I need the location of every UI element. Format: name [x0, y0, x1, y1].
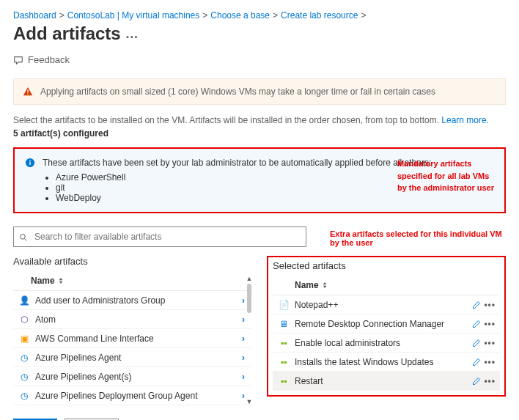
rdcm-icon: 🖥	[277, 319, 290, 329]
edit-icon[interactable]	[472, 300, 481, 310]
mandatory-text: These artifacts have been set by your la…	[43, 158, 431, 168]
title-more-icon[interactable]: …	[125, 26, 139, 42]
artifact-label: Azure Pipelines Agent	[35, 353, 242, 363]
configured-count: 5 artifact(s) configured	[13, 128, 506, 139]
selected-artifact-row[interactable]: ▪▪Enable local administrators•••	[273, 334, 500, 353]
artifact-label: Notepad++	[295, 300, 472, 310]
pipelines-icon: ◷	[18, 372, 31, 382]
breadcrumb-item[interactable]: Choose a base	[210, 10, 270, 21]
selected-artifact-row[interactable]: ▪▪Restart•••	[273, 372, 500, 391]
pipelines-icon: ◷	[18, 391, 31, 401]
available-artifact-row[interactable]: ◷Azure Pipelines Deployment Group Agent›	[13, 386, 252, 405]
admins-icon: ▪▪	[277, 338, 290, 348]
selected-artifact-row[interactable]: 🖥Remote Desktop Connection Manager•••	[273, 314, 500, 334]
scroll-down-icon[interactable]: ▼	[246, 398, 253, 405]
available-artifact-row[interactable]: 👤Add user to Administrators Group›	[13, 291, 252, 310]
edit-icon[interactable]	[472, 319, 481, 329]
breadcrumb-item[interactable]: Dashboard	[13, 10, 56, 21]
artifact-label: Azure Pipelines Deployment Group Agent	[35, 391, 242, 401]
artifact-label: Enable local administrators	[295, 338, 472, 348]
atom-icon: ⬡	[18, 314, 31, 325]
notepad-icon: 📄	[277, 300, 290, 310]
chevron-right-icon: >	[273, 10, 278, 21]
artifact-label: Atom	[35, 314, 242, 325]
chevron-right-icon: >	[361, 10, 366, 21]
sort-icon	[322, 282, 328, 288]
restart-icon: ▪▪	[277, 376, 290, 386]
aws-icon: ▣	[18, 334, 31, 344]
selected-column: Selected artifacts Name 📄Notepad++•••🖥Re…	[267, 256, 506, 405]
more-icon[interactable]: •••	[484, 376, 496, 386]
available-scrollbar[interactable]: ▲ ▼	[245, 275, 254, 405]
svg-rect-1	[27, 94, 28, 95]
chevron-right-icon: >	[59, 10, 65, 21]
available-artifact-row[interactable]: ▣AWS Command Line Interface›	[13, 329, 252, 348]
svg-point-5	[21, 234, 26, 239]
description: Select the artifacts to be installed on …	[13, 115, 506, 125]
breadcrumb-item[interactable]: Create lab resource	[281, 10, 358, 21]
feedback-label: Feedback	[28, 54, 70, 65]
page-title: Add artifacts …	[13, 23, 506, 44]
scroll-thumb[interactable]	[247, 284, 251, 313]
selected-artifact-row[interactable]: 📄Notepad++•••	[273, 295, 500, 314]
svg-rect-4	[29, 161, 30, 161]
edit-icon[interactable]	[472, 357, 481, 367]
svg-rect-3	[29, 162, 30, 165]
scroll-up-icon[interactable]: ▲	[246, 275, 253, 282]
mandatory-artifacts-box: These artifacts have been set by your la…	[13, 147, 506, 213]
breadcrumb-item[interactable]: ContosoLab | My virtual machines	[67, 10, 200, 21]
more-icon[interactable]: •••	[484, 338, 496, 348]
mandatory-annotation: Mandatory artifactsspecified for all lab…	[397, 158, 494, 194]
learn-more-link[interactable]: Learn more.	[441, 115, 489, 125]
artifact-label: AWS Command Line Interface	[35, 334, 242, 344]
edit-icon[interactable]	[472, 376, 481, 386]
available-heading: Available artifacts	[13, 256, 252, 267]
warning-icon	[23, 86, 33, 97]
artifact-label: Azure Pipelines Agent(s)	[35, 372, 242, 382]
selected-header-name[interactable]: Name	[273, 277, 500, 295]
more-icon[interactable]: •••	[484, 319, 496, 329]
available-artifact-row[interactable]: ⬡Atom›	[13, 310, 252, 329]
available-column: Available artifacts Name 👤Add user to Ad…	[13, 256, 252, 405]
artifact-label: Installs the latest Windows Updates	[295, 357, 472, 367]
mandatory-item: WebDeploy	[56, 193, 431, 203]
available-artifact-row[interactable]: ◷Azure Pipelines Agent›	[13, 348, 252, 367]
breadcrumb[interactable]: Dashboard>ContosoLab | My virtual machin…	[13, 10, 506, 21]
updates-icon: ▪▪	[277, 357, 290, 367]
chevron-right-icon: >	[202, 10, 207, 21]
svg-rect-0	[27, 89, 28, 92]
extra-annotation: Extra artifacts selected for this indivi…	[330, 229, 506, 247]
search-input[interactable]	[13, 226, 306, 247]
artifact-label: Add user to Administrators Group	[35, 295, 242, 306]
person-icon: 👤	[18, 295, 31, 306]
mandatory-item: Azure PowerShell	[56, 172, 431, 183]
edit-icon[interactable]	[472, 338, 481, 348]
artifact-label: Remote Desktop Connection Manager	[295, 319, 472, 329]
sort-icon	[58, 278, 64, 284]
selected-artifact-row[interactable]: ▪▪Installs the latest Windows Updates•••	[273, 353, 500, 372]
pipelines-icon: ◷	[18, 353, 31, 363]
svg-line-6	[25, 238, 27, 240]
feedback-link[interactable]: Feedback	[13, 54, 506, 65]
page-title-text: Add artifacts	[13, 23, 121, 44]
artifact-label: Restart	[295, 376, 472, 386]
search-icon	[19, 231, 28, 242]
available-header-name[interactable]: Name	[13, 273, 252, 291]
selected-heading: Selected artifacts	[273, 260, 500, 271]
more-icon[interactable]: •••	[484, 300, 496, 310]
warning-banner: Applying artifacts on small sized (1 cor…	[13, 78, 506, 105]
available-artifact-row[interactable]: ◷Azure Pipelines Agent(s)›	[13, 367, 252, 386]
info-icon	[25, 158, 35, 168]
warning-text: Applying artifacts on small sized (1 cor…	[40, 86, 435, 97]
more-icon[interactable]: •••	[484, 357, 496, 367]
search-row: Extra artifacts selected for this indivi…	[13, 226, 506, 247]
mandatory-item: git	[56, 183, 431, 193]
